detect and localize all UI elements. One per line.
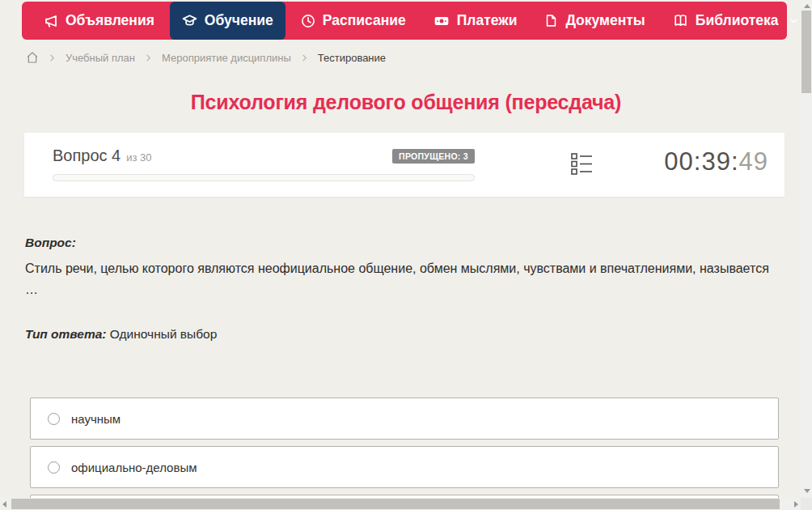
test-page: Объявления Обучение Расписание [0,0,812,510]
vertical-scrollbar-thumb[interactable] [801,11,811,93]
question-text: Стиль речи, целью которого являются неоф… [25,258,785,300]
answers-list: научным официально-деловым [30,397,779,510]
breadcrumb: Учебный план Мероприятие дисциплины Тест… [26,51,386,64]
answer-type-row: Тип ответа: Одиночный выбор [25,327,217,342]
nav-label: Обучение [205,12,273,29]
chevron-right-icon [300,53,309,62]
nav-item-library[interactable]: Библиотека [661,2,812,40]
question-total: из 30 [126,151,151,164]
chevron-right-icon [144,53,153,62]
skipped-badge: ПРОПУЩЕНО: 3 [392,149,475,164]
page-title: Психология делового общения (пересдача) [0,91,812,114]
main-navbar: Объявления Обучение Расписание [22,2,787,40]
scroll-right-arrow-icon[interactable] [794,501,798,508]
nav-label: Платежи [457,12,518,29]
nav-item-payments[interactable]: Платежи [421,2,530,40]
nav-item-learning[interactable]: Обучение [170,2,285,40]
breadcrumb-discipline-event[interactable]: Мероприятие дисциплины [162,52,291,64]
question-label: Вопрос: [25,236,785,250]
chevron-right-icon [48,53,57,62]
question-number: Вопрос 4 [53,147,121,165]
document-icon [544,14,558,28]
question-body: Вопрос: Стиль речи, целью которого являю… [25,236,785,300]
timer-main: 00:39: [664,147,738,176]
nav-label: Библиотека [696,12,779,29]
megaphone-icon [44,14,58,28]
banknote-icon [433,13,450,29]
radio-icon[interactable] [48,461,60,474]
chevron-down-icon [789,15,799,26]
scroll-down-arrow-icon[interactable] [804,489,810,493]
nav-label: Объявления [66,12,154,29]
question-progress-block: Вопрос 4 из 30 ПРОПУЩЕНО: 3 [53,147,475,181]
breadcrumb-curriculum[interactable]: Учебный план [66,52,135,64]
timer-seconds: 49 [739,147,768,176]
graduation-cap-icon [182,13,197,28]
horizontal-scrollbar[interactable] [0,498,801,510]
home-icon[interactable] [26,51,39,64]
answer-option-2[interactable]: официально-деловым [30,446,779,488]
answer-type-label: Тип ответа: [25,327,107,341]
open-book-icon [673,13,688,28]
question-header-card: Вопрос 4 из 30 ПРОПУЩЕНО: 3 00:39:49 [24,133,785,197]
horizontal-scrollbar-thumb[interactable] [11,499,780,509]
scroll-left-arrow-icon[interactable] [2,501,6,508]
clock-icon [301,14,315,28]
nav-item-documents[interactable]: Документы [532,2,657,40]
question-list-icon[interactable] [569,151,594,176]
answer-label: официально-деловым [71,461,197,474]
answer-option-1[interactable]: научным [30,397,779,440]
nav-label: Расписание [323,12,406,29]
answer-label: научным [71,412,121,426]
question-progress-bar [53,174,475,181]
timer: 00:39:49 [664,147,768,176]
answer-type-value: Одиночный выбор [110,327,218,341]
vertical-scrollbar[interactable] [801,0,812,498]
scrollbar-corner [801,498,812,510]
scroll-up-arrow-icon[interactable] [804,4,810,8]
nav-label: Документы [565,12,645,29]
breadcrumb-testing: Тестирование [318,52,386,64]
radio-icon[interactable] [48,413,60,425]
nav-item-announcements[interactable]: Объявления [32,2,167,40]
nav-item-schedule[interactable]: Расписание [289,2,418,40]
